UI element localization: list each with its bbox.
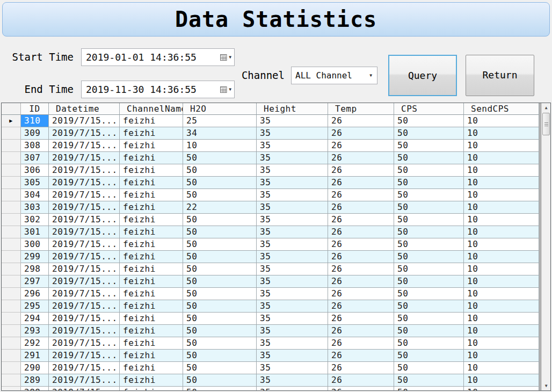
cell-cps[interactable]: 50 — [394, 152, 464, 164]
cell-cps[interactable]: 50 — [394, 350, 464, 362]
cell-channelname[interactable]: feizhi — [120, 300, 183, 313]
column-header-temp[interactable]: Temp — [328, 103, 394, 115]
cell-channelname[interactable]: feizhi — [120, 288, 183, 300]
cell-sendcps[interactable]: 10 — [464, 226, 539, 238]
cell-cps[interactable]: 50 — [394, 115, 464, 127]
cell-height[interactable]: 35 — [257, 251, 328, 263]
column-header-cps[interactable]: CPS — [394, 103, 464, 115]
cell-height[interactable]: 35 — [257, 226, 328, 238]
cell-sendcps[interactable]: 10 — [464, 325, 539, 337]
cell-h2o[interactable]: 50 — [183, 238, 257, 251]
cell-id[interactable]: 305 — [21, 177, 49, 189]
row-header-cell[interactable]: ▶ — [2, 115, 21, 127]
cell-datetime[interactable]: 2019/7/15... — [49, 387, 120, 390]
cell-sendcps[interactable]: 10 — [464, 115, 539, 127]
cell-channelname[interactable]: feizhi — [120, 325, 183, 337]
cell-id[interactable]: 295 — [21, 300, 49, 313]
cell-h2o[interactable]: 22 — [183, 201, 257, 214]
cell-datetime[interactable]: 2019/7/15... — [49, 263, 120, 275]
cell-sendcps[interactable]: 10 — [464, 177, 539, 189]
row-header-cell[interactable] — [2, 387, 21, 390]
cell-h2o[interactable]: 10 — [183, 140, 257, 152]
cell-datetime[interactable]: 2019/7/15... — [49, 374, 120, 387]
cell-sendcps[interactable]: 10 — [464, 288, 539, 300]
cell-sendcps[interactable]: 10 — [464, 189, 539, 201]
cell-id[interactable]: 303 — [21, 201, 49, 214]
cell-cps[interactable]: 50 — [394, 201, 464, 214]
row-header-cell[interactable] — [2, 300, 21, 313]
cell-height[interactable]: 35 — [257, 152, 328, 164]
cell-sendcps[interactable]: 10 — [464, 127, 539, 140]
cell-channelname[interactable]: feizhi — [120, 374, 183, 387]
row-header-cell[interactable] — [2, 263, 21, 275]
cell-id[interactable]: 299 — [21, 251, 49, 263]
cell-cps[interactable]: 50 — [394, 189, 464, 201]
vertical-scrollbar[interactable]: ▲ ▼ — [541, 103, 550, 390]
cell-datetime[interactable]: 2019/7/15... — [49, 275, 120, 288]
start-time-dropdown-button[interactable]: ▼ — [212, 49, 231, 66]
cell-temp[interactable]: 26 — [328, 313, 394, 325]
return-button[interactable]: Return — [466, 55, 534, 96]
cell-h2o[interactable]: 50 — [183, 374, 257, 387]
cell-sendcps[interactable]: 10 — [464, 140, 539, 152]
cell-channelname[interactable]: feizhi — [120, 226, 183, 238]
row-header-cell[interactable] — [2, 325, 21, 337]
cell-sendcps[interactable]: 10 — [464, 387, 539, 390]
cell-channelname[interactable]: feizhi — [120, 362, 183, 374]
grid-corner-cell[interactable] — [2, 103, 21, 115]
cell-channelname[interactable]: feizhi — [120, 275, 183, 288]
row-header-cell[interactable] — [2, 313, 21, 325]
cell-sendcps[interactable]: 10 — [464, 152, 539, 164]
start-time-picker[interactable]: 2019-01-01 14:36:55 ▼ — [81, 48, 235, 66]
cell-datetime[interactable]: 2019/7/15... — [49, 152, 120, 164]
cell-h2o[interactable]: 50 — [183, 263, 257, 275]
cell-temp[interactable]: 26 — [328, 115, 394, 127]
cell-sendcps[interactable]: 10 — [464, 275, 539, 288]
cell-cps[interactable]: 50 — [394, 238, 464, 251]
cell-h2o[interactable]: 50 — [183, 152, 257, 164]
cell-cps[interactable]: 50 — [394, 362, 464, 374]
cell-height[interactable]: 35 — [257, 238, 328, 251]
cell-cps[interactable]: 50 — [394, 313, 464, 325]
row-header-cell[interactable] — [2, 337, 21, 350]
column-header-h2o[interactable]: H2O — [183, 103, 257, 115]
scroll-down-icon[interactable]: ▼ — [542, 381, 551, 390]
cell-h2o[interactable]: 50 — [183, 387, 257, 390]
cell-temp[interactable]: 26 — [328, 177, 394, 189]
cell-temp[interactable]: 26 — [328, 140, 394, 152]
cell-height[interactable]: 35 — [257, 177, 328, 189]
cell-h2o[interactable]: 50 — [183, 275, 257, 288]
cell-cps[interactable]: 50 — [394, 374, 464, 387]
cell-height[interactable]: 35 — [257, 387, 328, 390]
cell-id[interactable]: 300 — [21, 238, 49, 251]
cell-channelname[interactable]: feizhi — [120, 313, 183, 325]
end-time-picker[interactable]: 2019-11-30 14:36:55 ▼ — [81, 81, 235, 98]
cell-id[interactable]: 304 — [21, 189, 49, 201]
cell-h2o[interactable]: 50 — [183, 300, 257, 313]
cell-height[interactable]: 35 — [257, 337, 328, 350]
scrollbar-thumb[interactable] — [542, 113, 550, 135]
cell-h2o[interactable]: 50 — [183, 164, 257, 177]
cell-cps[interactable]: 50 — [394, 325, 464, 337]
cell-temp[interactable]: 26 — [328, 350, 394, 362]
cell-channelname[interactable]: feizhi — [120, 337, 183, 350]
cell-height[interactable]: 35 — [257, 214, 328, 226]
cell-height[interactable]: 35 — [257, 263, 328, 275]
cell-h2o[interactable]: 50 — [183, 313, 257, 325]
cell-temp[interactable]: 26 — [328, 214, 394, 226]
cell-height[interactable]: 35 — [257, 350, 328, 362]
cell-temp[interactable]: 26 — [328, 226, 394, 238]
cell-h2o[interactable]: 50 — [183, 189, 257, 201]
cell-channelname[interactable]: feizhi — [120, 164, 183, 177]
cell-cps[interactable]: 50 — [394, 214, 464, 226]
end-time-dropdown-button[interactable]: ▼ — [212, 81, 231, 98]
cell-temp[interactable]: 26 — [328, 152, 394, 164]
cell-sendcps[interactable]: 10 — [464, 201, 539, 214]
cell-h2o[interactable]: 50 — [183, 214, 257, 226]
cell-h2o[interactable]: 50 — [183, 226, 257, 238]
cell-height[interactable]: 35 — [257, 325, 328, 337]
cell-height[interactable]: 35 — [257, 164, 328, 177]
cell-h2o[interactable]: 50 — [183, 362, 257, 374]
cell-h2o[interactable]: 50 — [183, 325, 257, 337]
cell-sendcps[interactable]: 10 — [464, 300, 539, 313]
